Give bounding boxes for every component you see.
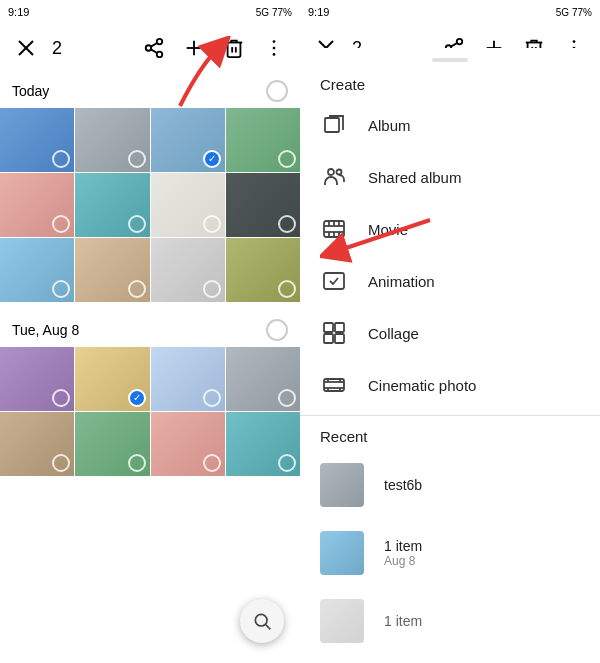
left-panel: 9:19 5G 77% 2 Today [0,0,300,663]
sheet-item-animation[interactable]: Animation [300,255,600,307]
photo-cell[interactable] [75,108,149,172]
cinematic-label: Cinematic photo [368,377,476,394]
top-bar-left: 2 [0,24,300,72]
delete-button-left[interactable] [216,30,252,66]
recent-item-test6b[interactable]: test6b [300,451,600,519]
photo-checkbox[interactable] [52,454,70,472]
photo-checkbox[interactable] [128,280,146,298]
recent-item-2[interactable]: 1 item Aug 8 [300,519,600,587]
sheet-item-cinematic[interactable]: Cinematic photo [300,359,600,411]
animation-icon [320,267,348,295]
photo-cell[interactable] [75,347,149,411]
photo-cell[interactable] [226,347,300,411]
photo-cell[interactable] [151,238,225,302]
svg-point-33 [337,170,342,175]
sheet-item-collage[interactable]: Collage [300,307,600,359]
photo-cell[interactable] [0,238,74,302]
sheet-item-shared-album[interactable]: Shared album [300,151,600,203]
photo-checkbox[interactable] [203,454,221,472]
svg-point-28 [573,40,576,43]
share-button-left[interactable] [136,30,172,66]
svg-line-6 [151,43,157,47]
recent-info-1: test6b [384,477,422,493]
photo-checkbox[interactable] [278,454,296,472]
time-right: 9:19 [308,6,329,18]
photo-checkbox-selected[interactable] [128,389,146,407]
time-left: 9:19 [8,6,29,18]
add-button-left[interactable] [176,30,212,66]
today-select-all[interactable] [266,80,288,102]
recent-thumbnail-2 [320,531,364,575]
svg-rect-43 [324,273,344,289]
photo-cell[interactable] [151,108,225,172]
photo-checkbox[interactable] [52,280,70,298]
movie-icon [320,215,348,243]
svg-point-13 [273,53,276,56]
photo-cell[interactable] [151,412,225,476]
svg-line-15 [266,625,271,630]
recent-info-3: 1 item [384,613,422,629]
animation-label: Animation [368,273,435,290]
photo-cell[interactable] [151,173,225,237]
photo-cell[interactable] [75,173,149,237]
svg-line-5 [151,49,157,53]
sheet-item-album[interactable]: Album [300,99,600,151]
movie-label: Movie [368,221,408,238]
sheet-handle [432,58,468,62]
photo-checkbox[interactable] [278,389,296,407]
recent-item-3[interactable]: 1 item [300,587,600,655]
photo-checkbox[interactable] [278,215,296,233]
svg-rect-47 [335,334,344,343]
photo-checkbox[interactable] [52,215,70,233]
search-fab-left[interactable] [240,599,284,643]
recent-meta-2: Aug 8 [384,554,422,568]
shared-album-icon [320,163,348,191]
svg-rect-44 [324,323,333,332]
create-section-title: Create [300,68,600,99]
photo-checkbox[interactable] [128,215,146,233]
photo-cell[interactable] [0,108,74,172]
sheet-divider [300,415,600,416]
photo-checkbox[interactable] [203,280,221,298]
svg-point-32 [328,169,334,175]
album-label: Album [368,117,411,134]
cinematic-icon [320,371,348,399]
photo-cell[interactable] [226,173,300,237]
photo-checkbox[interactable] [203,389,221,407]
photo-cell[interactable] [226,412,300,476]
photo-cell[interactable] [226,108,300,172]
sheet-item-movie[interactable]: Movie [300,203,600,255]
photo-checkbox[interactable] [128,454,146,472]
svg-point-11 [273,40,276,43]
more-button-left[interactable] [256,30,292,66]
photo-cell[interactable] [75,238,149,302]
photo-cell[interactable] [0,347,74,411]
create-bottom-sheet: Create Album Shared album Movie [300,48,600,663]
right-panel: 9:19 5G 77% 2 Today [300,0,600,663]
svg-point-2 [157,39,163,45]
status-icons-left: 5G 77% [256,7,292,18]
photo-checkbox[interactable] [52,389,70,407]
battery-left: 77% [272,7,292,18]
photo-checkbox[interactable] [278,150,296,168]
photo-cell[interactable] [226,238,300,302]
svg-rect-31 [325,118,339,132]
close-button-left[interactable] [8,30,44,66]
photo-checkbox[interactable] [278,280,296,298]
photo-checkbox[interactable] [52,150,70,168]
photo-cell[interactable] [0,173,74,237]
battery-right: 77% [572,7,592,18]
signal-right: 5G [556,7,569,18]
aug8-select-all[interactable] [266,319,288,341]
photo-cell[interactable] [151,347,225,411]
recent-name-3: 1 item [384,613,422,629]
photo-cell[interactable] [75,412,149,476]
photo-checkbox[interactable] [128,150,146,168]
photo-cell[interactable] [0,412,74,476]
shared-album-label: Shared album [368,169,461,186]
photo-checkbox[interactable] [203,215,221,233]
signal-left: 5G [256,7,269,18]
photo-checkbox-selected[interactable] [203,150,221,168]
svg-rect-45 [335,323,344,332]
svg-point-4 [157,52,163,57]
